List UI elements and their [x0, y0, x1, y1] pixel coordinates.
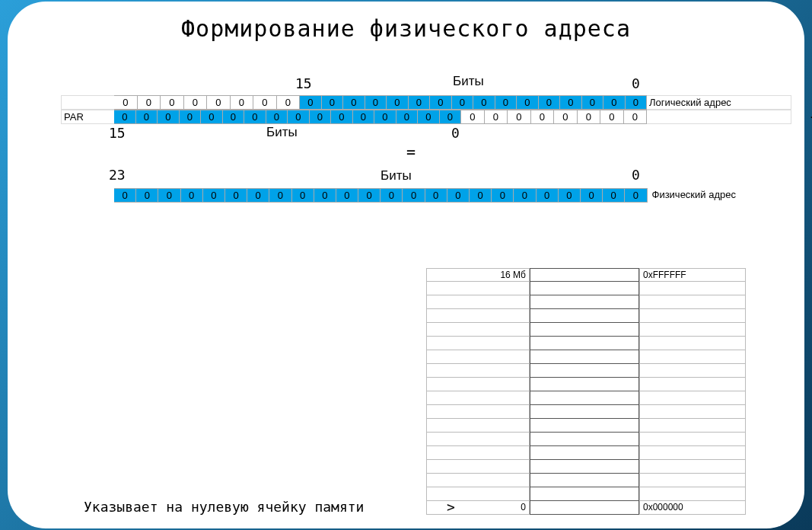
bit-cell: 0 [470, 188, 492, 203]
memory-addr-cell [639, 391, 746, 405]
memory-block-cell [530, 391, 639, 405]
memory-row [426, 309, 746, 323]
bit-cell: 0 [180, 110, 202, 124]
bit-cell: 0 [138, 95, 161, 110]
bit-cell: 0 [343, 95, 365, 110]
memory-row [426, 295, 746, 309]
bit-cell: 0 [201, 110, 223, 124]
memory-size-cell [426, 460, 530, 474]
bit-cell: 0 [292, 188, 314, 203]
bit-cell: 0 [203, 188, 225, 203]
memory-map: 16 Мб0xFFFFFF00x000000 [426, 268, 746, 515]
memory-block-cell [530, 460, 639, 474]
bit-cell: 0 [322, 95, 344, 110]
memory-block-cell [530, 364, 639, 378]
memory-size-cell [426, 309, 530, 323]
memory-addr-cell [639, 460, 746, 474]
memory-size-cell [426, 446, 530, 460]
par-label: PAR [61, 110, 114, 124]
bit-cell: 0 [396, 110, 419, 124]
memory-size-cell [426, 474, 530, 487]
arrow-icon: > [447, 499, 455, 515]
bit-cell: 0 [158, 110, 180, 124]
memory-row [426, 460, 746, 474]
logical-lo-bit: 0 [632, 75, 640, 91]
equals-operator: = [61, 144, 761, 167]
memory-addr-cell [639, 446, 746, 460]
bit-cell: 0 [517, 95, 539, 110]
bit-cell: 0 [161, 95, 184, 110]
par-right-spacer [647, 110, 791, 124]
bit-cell: 0 [365, 95, 387, 110]
bit-cell: 0 [310, 110, 332, 124]
bit-cell: 0 [508, 110, 531, 124]
bit-cell: 0 [403, 188, 425, 203]
physical-hi-bit: 23 [109, 167, 126, 183]
bit-cell: 0 [425, 188, 447, 203]
memory-size-cell [426, 350, 530, 364]
logical-address-label: Логический адрес [647, 95, 791, 110]
memory-block-cell [530, 474, 639, 487]
memory-row [426, 419, 746, 433]
bit-cell: 0 [485, 110, 508, 124]
memory-row: 00x000000 [426, 501, 746, 515]
memory-addr-cell [639, 474, 746, 487]
bit-cell: 0 [114, 110, 136, 124]
bit-cell: 0 [300, 95, 322, 110]
bit-cell: 0 [447, 188, 470, 203]
par-bits-word: Биты [266, 125, 298, 140]
memory-block-cell [530, 405, 639, 419]
logical-bits-word: Биты [453, 74, 484, 89]
memory-addr-cell [639, 309, 746, 323]
bit-cell: 0 [114, 188, 136, 203]
bit-cell: 0 [430, 95, 452, 110]
bit-cell: 0 [231, 95, 254, 110]
memory-row [426, 405, 746, 419]
memory-block-cell [530, 487, 639, 501]
memory-block-cell [530, 309, 639, 323]
par-lo-bit: 0 [451, 125, 460, 141]
bit-cell: 0 [581, 188, 603, 203]
memory-block-cell [530, 350, 639, 364]
par-row: PAR 000000000000000000000000 [61, 110, 791, 124]
par-hi-bit: 15 [109, 125, 126, 141]
memory-block-cell [530, 446, 639, 460]
bit-cell: 0 [136, 110, 158, 124]
bit-cell: 0 [314, 188, 336, 203]
bit-cell: 0 [114, 95, 138, 110]
memory-size-cell [426, 378, 530, 391]
memory-row [426, 433, 746, 446]
bit-cell: 0 [514, 188, 536, 203]
bit-cell: 0 [418, 110, 440, 124]
bit-cell: 0 [554, 110, 578, 124]
bit-cell: 0 [440, 110, 462, 124]
memory-row [426, 378, 746, 391]
bit-cell: 0 [625, 188, 647, 203]
memory-addr-cell [639, 433, 746, 446]
memory-size-cell: 16 Мб [426, 268, 530, 282]
physical-lo-bit: 0 [632, 167, 640, 183]
bit-cell: 0 [277, 95, 301, 110]
memory-size-cell [426, 391, 530, 405]
bit-cell: 0 [158, 188, 180, 203]
memory-addr-cell: 0xFFFFFF [639, 268, 746, 282]
bit-cell: 0 [184, 95, 208, 110]
memory-block-cell [530, 433, 639, 446]
bit-cell: 0 [537, 188, 559, 203]
bit-cell: 0 [381, 188, 403, 203]
bit-cell: 0 [288, 110, 310, 124]
bit-cell: 0 [387, 95, 409, 110]
bit-cell: 0 [461, 110, 485, 124]
memory-block-cell [530, 323, 639, 337]
bit-cell: 0 [336, 188, 358, 203]
bit-cell: 0 [269, 188, 291, 203]
bit-cell: 0 [247, 188, 269, 203]
physical-address-row: 000000000000000000000000Физический адрес [61, 188, 791, 203]
memory-size-cell [426, 405, 530, 419]
memory-row [426, 364, 746, 378]
memory-size-cell [426, 282, 530, 295]
bit-cell: 0 [600, 110, 624, 124]
bit-cell: 0 [374, 110, 396, 124]
bit-cell: 0 [603, 95, 626, 110]
bit-cell: 0 [559, 188, 581, 203]
